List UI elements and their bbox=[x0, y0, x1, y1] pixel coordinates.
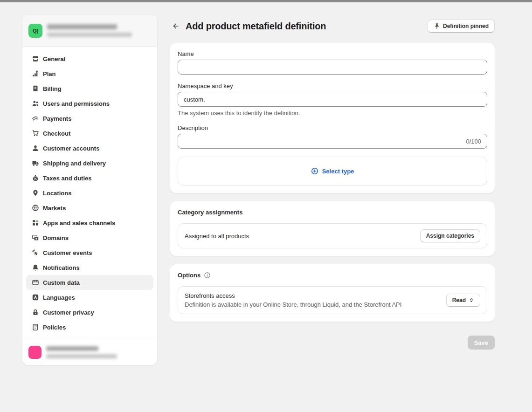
sidebar-item-label: Customer privacy bbox=[43, 309, 94, 316]
markets-icon bbox=[32, 204, 39, 212]
storefront-access-select[interactable]: Read bbox=[446, 294, 480, 307]
sidebar-item-custom-data[interactable]: Custom data bbox=[26, 275, 153, 290]
namespace-help-text: The system uses this to identify the def… bbox=[178, 110, 487, 117]
billing-icon bbox=[32, 85, 39, 92]
sidebar-item-general[interactable]: General bbox=[26, 51, 153, 66]
back-arrow-icon bbox=[171, 22, 180, 30]
window-chrome-strip bbox=[0, 0, 532, 2]
sidebar-item-label: Checkout bbox=[43, 130, 70, 137]
storefronts-access-title: Storefronts access bbox=[185, 292, 401, 299]
customer-accounts-icon bbox=[32, 144, 39, 152]
sidebar-item-label: Policies bbox=[43, 324, 66, 331]
info-icon[interactable] bbox=[204, 272, 211, 279]
checkout-icon bbox=[32, 130, 39, 137]
sidebar-item-plan[interactable]: Plan bbox=[26, 66, 153, 81]
namespace-input[interactable] bbox=[178, 92, 487, 107]
sidebar-item-shipping-and-delivery[interactable]: Shipping and delivery bbox=[26, 156, 153, 171]
languages-icon bbox=[32, 294, 39, 301]
locations-icon bbox=[32, 189, 39, 197]
sidebar-item-locations[interactable]: Locations bbox=[26, 185, 153, 200]
sidebar-item-label: Customer events bbox=[43, 249, 92, 256]
select-type-button[interactable]: Select type bbox=[308, 167, 357, 175]
description-field: Description 0/100 bbox=[178, 124, 487, 149]
save-button[interactable]: Save bbox=[468, 336, 495, 350]
sidebar-item-label: Shipping and delivery bbox=[43, 160, 106, 167]
sidebar-item-label: General bbox=[43, 55, 65, 62]
customer-privacy-icon bbox=[32, 309, 39, 316]
notifications-icon bbox=[32, 264, 39, 271]
character-counter: 0/100 bbox=[466, 138, 487, 145]
storefronts-access-row: Storefronts access Definition is availab… bbox=[178, 286, 487, 314]
definition-form-card: Name Namespace and key The system uses t… bbox=[170, 43, 495, 193]
users-and-permissions-icon bbox=[32, 100, 39, 107]
user-footer bbox=[22, 339, 157, 365]
category-assignments-card: Category assignments Assigned to all pro… bbox=[170, 201, 495, 256]
store-name-redacted bbox=[47, 24, 117, 29]
page-title: Add product metafield definition bbox=[186, 21, 326, 32]
sidebar-item-apps-and-sales-channels[interactable]: Apps and sales channels bbox=[26, 215, 153, 230]
assign-categories-button[interactable]: Assign categories bbox=[420, 229, 480, 242]
apps-and-sales-channels-icon bbox=[32, 219, 39, 227]
store-url-redacted bbox=[47, 33, 132, 37]
user-info bbox=[46, 346, 117, 358]
namespace-field: Namespace and key The system uses this t… bbox=[178, 82, 487, 117]
sidebar-item-policies[interactable]: Policies bbox=[26, 320, 153, 335]
storefronts-access-text: Storefronts access Definition is availab… bbox=[185, 292, 401, 308]
save-row: Save bbox=[170, 336, 495, 350]
definition-pinned-button[interactable]: Definition pinned bbox=[428, 20, 495, 33]
settings-sidebar: Q( General Plan Billing Users bbox=[22, 15, 157, 365]
description-input[interactable] bbox=[178, 134, 466, 148]
sidebar-item-label: Customer accounts bbox=[43, 145, 99, 152]
main-content: Add product metafield definition Definit… bbox=[170, 19, 495, 350]
type-picker-box: Select type bbox=[178, 157, 487, 185]
description-label: Description bbox=[178, 124, 487, 131]
sidebar-item-label: Languages bbox=[43, 294, 75, 301]
definition-pinned-label: Definition pinned bbox=[443, 23, 489, 29]
assignment-status-text: Assigned to all products bbox=[185, 233, 249, 240]
user-name-redacted bbox=[46, 346, 98, 351]
sidebar-item-label: Plan bbox=[43, 70, 55, 77]
customer-events-icon bbox=[32, 249, 39, 256]
sidebar-item-customer-privacy[interactable]: Customer privacy bbox=[26, 305, 153, 320]
name-label: Name bbox=[178, 50, 487, 57]
sidebar-item-billing[interactable]: Billing bbox=[26, 81, 153, 96]
sidebar-item-label: Markets bbox=[43, 205, 66, 212]
sidebar-item-label: Notifications bbox=[43, 264, 80, 271]
name-input[interactable] bbox=[178, 60, 487, 75]
domains-icon bbox=[32, 234, 39, 241]
category-assignments-row: Assigned to all products Assign categori… bbox=[178, 223, 487, 248]
sidebar-item-notifications[interactable]: Notifications bbox=[26, 260, 153, 275]
sidebar-item-customer-events[interactable]: Customer events bbox=[26, 245, 153, 260]
back-button[interactable] bbox=[169, 20, 181, 32]
sidebar-item-label: Taxes and duties bbox=[43, 175, 92, 182]
general-icon bbox=[32, 55, 39, 62]
category-assignments-title: Category assignments bbox=[178, 209, 242, 216]
payments-icon bbox=[32, 115, 39, 122]
sidebar-item-customer-accounts[interactable]: Customer accounts bbox=[26, 141, 153, 156]
sidebar-item-checkout[interactable]: Checkout bbox=[26, 126, 153, 141]
plan-icon bbox=[32, 70, 39, 77]
select-chevrons-icon bbox=[469, 297, 474, 303]
pin-icon bbox=[434, 23, 440, 29]
sidebar-item-payments[interactable]: Payments bbox=[26, 111, 153, 126]
shipping-and-delivery-icon bbox=[32, 159, 39, 167]
plus-circle-icon bbox=[311, 167, 318, 175]
select-type-label: Select type bbox=[322, 168, 354, 175]
sidebar-item-taxes-and-duties[interactable]: Taxes and duties bbox=[26, 171, 153, 185]
store-header: Q( bbox=[22, 15, 157, 47]
sidebar-item-languages[interactable]: Languages bbox=[26, 290, 153, 305]
sidebar-item-users-and-permissions[interactable]: Users and permissions bbox=[26, 96, 153, 111]
storefront-access-value: Read bbox=[452, 297, 466, 303]
settings-nav: General Plan Billing Users and permissio… bbox=[22, 47, 157, 339]
custom-data-icon bbox=[32, 279, 39, 286]
sidebar-item-label: Locations bbox=[43, 190, 71, 197]
sidebar-item-domains[interactable]: Domains bbox=[26, 230, 153, 245]
options-card: Options Storefronts access Definition is… bbox=[170, 264, 495, 322]
description-input-shell: 0/100 bbox=[178, 134, 487, 149]
sidebar-item-markets[interactable]: Markets bbox=[26, 200, 153, 215]
name-field: Name bbox=[178, 50, 487, 75]
store-info bbox=[47, 24, 132, 37]
sidebar-item-label: Payments bbox=[43, 115, 71, 122]
category-assignments-header: Category assignments bbox=[178, 209, 487, 216]
namespace-label: Namespace and key bbox=[178, 82, 487, 89]
